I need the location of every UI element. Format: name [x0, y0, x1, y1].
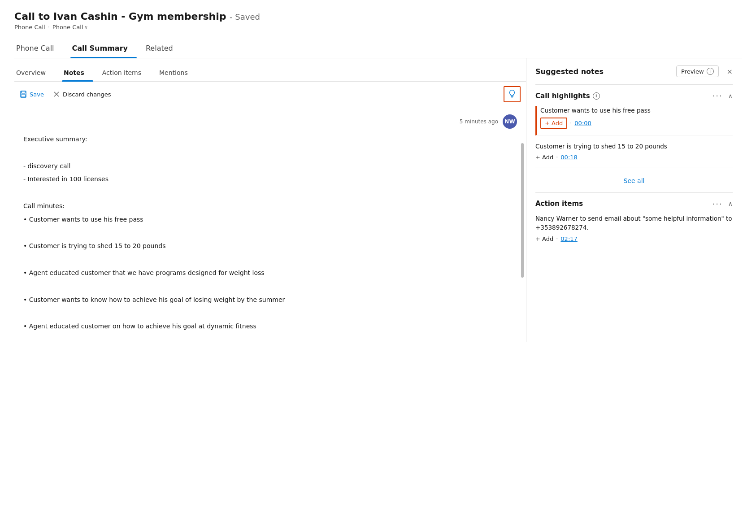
lightbulb-icon — [508, 90, 516, 99]
see-all-link[interactable]: See all — [624, 177, 645, 184]
sub-tab-notes[interactable]: Notes — [62, 65, 93, 81]
saved-badge: - Saved — [230, 12, 260, 22]
breadcrumb: Phone Call · Phone Call ∨ — [14, 24, 742, 31]
discard-label: Discard changes — [63, 91, 111, 98]
call-highlights-controls: ··· ∧ — [713, 91, 733, 100]
tab-related[interactable]: Related — [144, 39, 182, 58]
discard-button[interactable]: Discard changes — [53, 91, 111, 98]
page-header: Call to Ivan Cashin - Gym membership - S… — [14, 11, 742, 31]
highlight-item-2: Customer is trying to shed 15 to 20 poun… — [535, 142, 733, 167]
breadcrumb-dropdown[interactable]: Phone Call ∨ — [52, 24, 88, 31]
lightbulb-button[interactable] — [504, 86, 521, 102]
sub-tabs: Overview Notes Action items Mentions — [14, 65, 526, 82]
call-highlights-label: Call highlights i — [535, 92, 600, 100]
svg-rect-2 — [21, 95, 26, 97]
action-items-collapse-button[interactable]: ∧ — [728, 200, 733, 207]
save-button[interactable]: Save — [20, 91, 44, 98]
action-items-header: Action items ··· ∧ — [535, 199, 733, 209]
action-items-section: Action items ··· ∧ Nancy Warner to send … — [535, 192, 733, 243]
notes-content: 5 minutes ago NW Executive summary: - di… — [14, 107, 526, 342]
notes-toolbar: Save Discard changes — [14, 82, 526, 107]
breadcrumb-separator: · — [48, 24, 50, 31]
call-highlights-collapse-button[interactable]: ∧ — [728, 92, 733, 100]
tab-call-summary[interactable]: Call Summary — [70, 39, 137, 58]
right-pane: Suggested notes Preview i × Call highlig… — [526, 58, 742, 342]
page-title: Call to Ivan Cashin - Gym membership - S… — [14, 11, 742, 22]
sub-tab-overview[interactable]: Overview — [14, 65, 55, 81]
timestamp-link-1[interactable]: 00:00 — [574, 120, 591, 126]
tab-phone-call[interactable]: Phone Call — [14, 39, 63, 58]
action-items-label: Action items — [535, 200, 583, 208]
suggested-notes-header: Suggested notes Preview i × — [535, 65, 733, 77]
main-tabs: Phone Call Call Summary Related — [14, 39, 742, 58]
add-row-2: + Add · 00:18 — [535, 154, 733, 161]
suggested-notes-title: Suggested notes — [535, 67, 604, 76]
preview-label: Preview — [681, 68, 704, 75]
add-button-2[interactable]: + Add — [535, 154, 553, 161]
scrollbar-thumb — [521, 143, 524, 278]
close-suggested-button[interactable]: × — [727, 67, 733, 76]
action-add-row-1: + Add · 02:17 — [535, 235, 733, 242]
save-label: Save — [30, 91, 44, 98]
left-pane: Overview Notes Action items Mentions — [14, 58, 526, 342]
notes-body[interactable]: Executive summary: - discovery call - In… — [23, 134, 517, 332]
breadcrumb-item1[interactable]: Phone Call — [14, 24, 45, 31]
page-title-text: Call to Ivan Cashin - Gym membership — [14, 11, 226, 22]
notes-timestamp: 5 minutes ago — [460, 118, 498, 125]
highlight-item-1: Customer wants to use his free pass + Ad… — [535, 106, 733, 135]
call-highlights-section: Call highlights i ··· ∧ Customer wants t… — [535, 84, 733, 186]
action-timestamp-link-1[interactable]: 02:17 — [560, 235, 577, 242]
chevron-down-icon: ∨ — [84, 25, 87, 30]
see-all-row: See all — [535, 174, 733, 186]
close-icon — [53, 91, 60, 98]
page-wrapper: Call to Ivan Cashin - Gym membership - S… — [0, 0, 756, 532]
highlight-text-1: Customer wants to use his free pass — [540, 106, 733, 115]
call-highlights-more-button[interactable]: ··· — [713, 91, 723, 100]
breadcrumb-item2: Phone Call — [52, 24, 83, 31]
svg-rect-1 — [22, 91, 25, 93]
save-icon — [20, 91, 27, 98]
call-highlights-header: Call highlights i ··· ∧ — [535, 91, 733, 100]
action-items-more-button[interactable]: ··· — [713, 199, 723, 209]
sub-tab-action-items[interactable]: Action items — [100, 65, 150, 81]
scrollbar-track[interactable] — [521, 134, 524, 342]
preview-button[interactable]: Preview i — [676, 65, 719, 77]
sub-tab-mentions[interactable]: Mentions — [157, 65, 197, 81]
action-item-text-1: Nancy Warner to send email about "some h… — [535, 214, 733, 232]
action-add-button-1[interactable]: + Add — [535, 235, 553, 242]
content-area: Overview Notes Action items Mentions — [14, 58, 742, 342]
avatar: NW — [503, 114, 517, 129]
add-row-1: + Add · 00:00 — [540, 118, 733, 129]
preview-info-icon[interactable]: i — [707, 68, 714, 75]
notes-meta: 5 minutes ago NW — [23, 114, 517, 129]
call-highlights-info-icon[interactable]: i — [593, 92, 600, 100]
add-button-1[interactable]: + Add — [540, 118, 567, 129]
highlight-text-2: Customer is trying to shed 15 to 20 poun… — [535, 142, 733, 151]
action-items-controls: ··· ∧ — [713, 199, 733, 209]
timestamp-link-2[interactable]: 00:18 — [560, 154, 577, 161]
